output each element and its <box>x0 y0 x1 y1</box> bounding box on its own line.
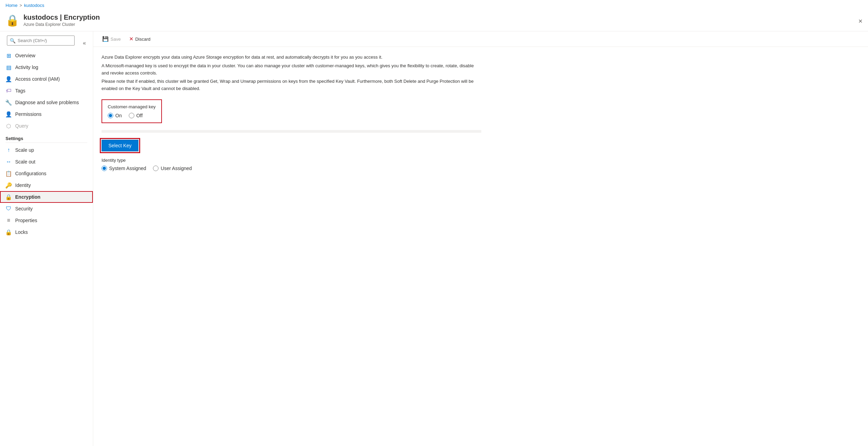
nav-label-identity: Identity <box>15 182 31 188</box>
sidebar-item-activity-log[interactable]: ▤Activity log <box>0 61 93 73</box>
overview-icon: ⊞ <box>6 52 12 59</box>
save-button[interactable]: 💾 Save <box>99 34 124 44</box>
sidebar: 🔍 « ⊞Overview▤Activity log👤Access contro… <box>0 31 93 446</box>
nav-label-locks: Locks <box>15 229 28 235</box>
customer-managed-key-label: Customer-managed key <box>108 104 156 109</box>
radio-on-input[interactable] <box>108 113 113 118</box>
identity-icon: 🔑 <box>6 182 12 188</box>
sidebar-item-encryption[interactable]: 🔒Encryption <box>0 191 93 203</box>
description-line-0: Azure Data Explorer encrypts your data u… <box>102 54 481 61</box>
page-title: kustodocs | Encryption <box>23 13 100 21</box>
identity-type-radio-group: System Assigned User Assigned <box>102 166 860 171</box>
locks-icon: 🔒 <box>6 229 12 235</box>
nav-label-encryption: Encryption <box>15 194 40 200</box>
select-key-button[interactable]: Select Key <box>102 140 138 151</box>
tags-icon: 🏷 <box>6 88 12 94</box>
radio-system-label[interactable]: System Assigned <box>109 166 146 171</box>
nav-items: ⊞Overview▤Activity log👤Access control (I… <box>0 50 93 132</box>
collapse-button[interactable]: « <box>80 38 89 48</box>
sidebar-item-access-control[interactable]: 👤Access control (IAM) <box>0 73 93 85</box>
activity-log-icon: ▤ <box>6 64 12 70</box>
radio-user-input[interactable] <box>153 166 158 171</box>
description-text: Azure Data Explorer encrypts your data u… <box>102 54 481 92</box>
security-icon: 🛡 <box>6 206 12 212</box>
sidebar-item-locks[interactable]: 🔒Locks <box>0 226 93 238</box>
radio-off-label[interactable]: Off <box>136 113 143 118</box>
sidebar-item-scale-out[interactable]: ↔Scale out <box>0 156 93 168</box>
breadcrumb-home[interactable]: Home <box>6 3 18 8</box>
toolbar: 💾 Save ✕ Discard <box>93 31 868 47</box>
nav-label-security: Security <box>15 206 33 211</box>
nav-label-overview: Overview <box>15 53 35 58</box>
radio-system-input[interactable] <box>102 166 107 171</box>
nav-label-activity-log: Activity log <box>15 65 38 70</box>
permissions-icon: 👤 <box>6 111 12 117</box>
content-body: Azure Data Explorer encrypts your data u… <box>93 47 868 178</box>
identity-type-label: Identity type <box>102 158 860 163</box>
sidebar-item-query: ⬡Query <box>0 120 93 132</box>
description-line-2: Please note that if enabled, this cluste… <box>102 78 481 92</box>
save-icon: 💾 <box>102 36 109 42</box>
properties-icon: ≡ <box>6 217 12 224</box>
configurations-icon: 📋 <box>6 170 12 177</box>
page-header: 🔒 kustodocs | Encryption Azure Data Expl… <box>0 11 868 31</box>
customer-managed-key-section: Customer-managed key On Off <box>102 99 162 123</box>
sidebar-item-tags[interactable]: 🏷Tags <box>0 85 93 97</box>
radio-off-input[interactable] <box>129 113 134 118</box>
nav-label-tags: Tags <box>15 88 26 93</box>
close-button[interactable]: × <box>858 17 862 25</box>
page-subtitle: Azure Data Explorer Cluster <box>23 22 100 27</box>
nav-label-permissions: Permissions <box>15 111 41 117</box>
sidebar-item-identity[interactable]: 🔑Identity <box>0 179 93 191</box>
content-area: 💾 Save ✕ Discard Azure Data Explorer enc… <box>93 31 868 446</box>
diagnose-icon: 🔧 <box>6 99 12 106</box>
nav-label-properties: Properties <box>15 218 37 223</box>
settings-items: ↑Scale up↔Scale out📋Configurations🔑Ident… <box>0 144 93 238</box>
nav-label-query: Query <box>15 123 28 129</box>
breadcrumb: Home > kustodocs <box>0 0 868 11</box>
radio-system-assigned[interactable]: System Assigned <box>102 166 146 171</box>
breadcrumb-separator: > <box>20 3 22 8</box>
sidebar-item-configurations[interactable]: 📋Configurations <box>0 168 93 179</box>
breadcrumb-current[interactable]: kustodocs <box>24 3 45 8</box>
search-input[interactable] <box>7 36 75 46</box>
lock-icon: 🔒 <box>6 14 19 27</box>
access-control-icon: 👤 <box>6 76 12 82</box>
radio-off-item[interactable]: Off <box>129 113 143 118</box>
encryption-icon: 🔒 <box>6 194 12 200</box>
nav-label-configurations: Configurations <box>15 171 46 176</box>
nav-label-scale-out: Scale out <box>15 159 35 165</box>
gray-divider <box>102 130 481 133</box>
discard-icon: ✕ <box>129 36 134 42</box>
sidebar-item-security[interactable]: 🛡Security <box>0 203 93 215</box>
sidebar-item-permissions[interactable]: 👤Permissions <box>0 108 93 120</box>
query-icon: ⬡ <box>6 123 12 129</box>
sidebar-item-properties[interactable]: ≡Properties <box>0 215 93 226</box>
customer-key-radio-group: On Off <box>108 113 156 118</box>
discard-button[interactable]: ✕ Discard <box>126 34 154 44</box>
sidebar-item-scale-up[interactable]: ↑Scale up <box>0 144 93 156</box>
nav-label-scale-up: Scale up <box>15 147 34 153</box>
search-icon: 🔍 <box>10 38 16 43</box>
radio-on-item[interactable]: On <box>108 113 122 118</box>
radio-user-assigned[interactable]: User Assigned <box>153 166 192 171</box>
description-line-1: A Microsoft-managed key is used to encry… <box>102 62 481 77</box>
radio-on-label[interactable]: On <box>115 113 122 118</box>
sidebar-item-overview[interactable]: ⊞Overview <box>0 50 93 61</box>
scale-up-icon: ↑ <box>6 147 12 153</box>
scale-out-icon: ↔ <box>6 159 12 165</box>
search-box: 🔍 <box>7 36 75 46</box>
nav-label-access-control: Access control (IAM) <box>15 76 60 82</box>
nav-label-diagnose: Diagnose and solve problems <box>15 100 79 105</box>
radio-user-label[interactable]: User Assigned <box>161 166 192 171</box>
settings-section-label: Settings <box>0 132 93 142</box>
sidebar-item-diagnose[interactable]: 🔧Diagnose and solve problems <box>0 97 93 108</box>
